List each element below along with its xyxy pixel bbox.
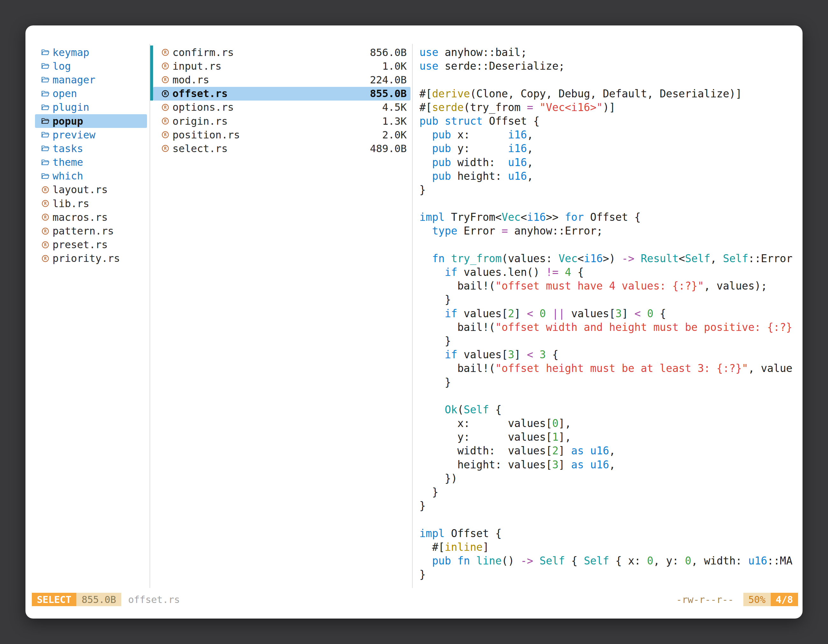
item-name: preview xyxy=(52,129,96,141)
item-name: macros.rs xyxy=(52,211,108,223)
item-size: 489.0B xyxy=(370,143,407,155)
item-name: manager xyxy=(52,74,96,86)
parent-item-preset-rs[interactable]: Rpreset.rs xyxy=(35,238,147,252)
item-size: 4.5K xyxy=(382,101,407,113)
rust-file-icon: R xyxy=(161,48,169,56)
file-item-input-rs[interactable]: Rinput.rs1.0K xyxy=(153,59,411,73)
item-name: mod.rs xyxy=(172,74,209,86)
code-line: pub y: i16, xyxy=(419,142,803,155)
parent-item-lib-rs[interactable]: Rlib.rs xyxy=(35,197,147,210)
parent-item-open[interactable]: open xyxy=(35,87,147,100)
code-line: #[derive(Clone, Copy, Debug, Default, De… xyxy=(419,87,803,100)
parent-item-plugin[interactable]: plugin xyxy=(35,100,147,114)
code-line: y: values[1], xyxy=(419,430,803,444)
code-line: width: values[2] as u16, xyxy=(419,444,803,458)
code-line xyxy=(419,73,803,86)
rust-file-icon: R xyxy=(41,213,50,221)
code-line: bail!("offset width and height must be p… xyxy=(419,320,803,334)
code-line: } xyxy=(419,293,803,306)
status-filename: offset.rs xyxy=(128,594,180,605)
folder-open-icon xyxy=(41,62,50,71)
status-bar-left: SELECT 855.0B offset.rs xyxy=(32,593,180,606)
current-directory-pane: Rconfirm.rs856.0BRinput.rs1.0KRmod.rs224… xyxy=(149,44,413,588)
code-line: x: values[0], xyxy=(419,417,803,430)
code-line: } xyxy=(419,499,803,512)
file-manager-window: keymaplogmanageropenpluginpopuppreviewta… xyxy=(25,25,803,619)
file-item-select-rs[interactable]: Rselect.rs489.0B xyxy=(153,142,411,155)
file-item-confirm-rs[interactable]: Rconfirm.rs856.0B xyxy=(153,45,411,59)
item-name: keymap xyxy=(52,47,89,58)
code-line: } xyxy=(419,485,803,499)
rust-file-icon: R xyxy=(41,227,50,235)
parent-directory-pane: keymaplogmanageropenpluginpopuppreviewta… xyxy=(25,44,149,588)
parent-item-which[interactable]: which xyxy=(35,169,147,183)
svg-text:R: R xyxy=(44,187,47,192)
item-name: offset.rs xyxy=(172,88,227,100)
item-name: plugin xyxy=(52,101,89,113)
item-name: popup xyxy=(52,115,83,127)
item-size: 855.0B xyxy=(370,88,407,100)
code-line: if values[2] < 0 || values[3] < 0 { xyxy=(419,307,803,320)
item-name: options.rs xyxy=(172,101,234,113)
code-line: } xyxy=(419,334,803,348)
folder-open-icon xyxy=(41,48,50,56)
code-line: type Error = anyhow::Error; xyxy=(419,224,803,238)
code-line: #[serde(try_from = "Vec<i16>")] xyxy=(419,100,803,114)
folder-open-icon xyxy=(41,172,50,180)
file-item-options-rs[interactable]: Roptions.rs4.5K xyxy=(153,100,411,114)
item-size: 1.0K xyxy=(382,60,407,72)
parent-item-layout-rs[interactable]: Rlayout.rs xyxy=(35,183,147,197)
cursor-position-badge: 4/8 xyxy=(771,593,798,606)
code-line: pub width: u16, xyxy=(419,155,803,169)
folder-open-icon xyxy=(41,144,50,153)
item-size: 224.0B xyxy=(370,74,407,86)
svg-text:R: R xyxy=(44,242,47,247)
item-size: 2.0K xyxy=(382,129,407,141)
file-item-origin-rs[interactable]: Rorigin.rs1.3K xyxy=(153,114,411,128)
folder-open-icon xyxy=(41,117,50,125)
code-line: pub height: u16, xyxy=(419,169,803,183)
code-line: } xyxy=(419,183,803,197)
code-line: } xyxy=(419,376,803,389)
code-line: pub struct Offset { xyxy=(419,114,803,128)
rust-file-icon: R xyxy=(161,117,169,125)
parent-item-manager[interactable]: manager xyxy=(35,73,147,86)
parent-item-keymap[interactable]: keymap xyxy=(35,45,147,59)
code-line: pub fn line() -> Self { Self { x: 0, y: … xyxy=(419,554,803,568)
parent-item-theme[interactable]: theme xyxy=(35,155,147,169)
svg-text:R: R xyxy=(44,256,47,261)
svg-text:R: R xyxy=(164,105,167,110)
parent-item-macros-rs[interactable]: Rmacros.rs xyxy=(35,210,147,224)
item-name: lib.rs xyxy=(52,197,89,210)
file-preview-pane: use anyhow::bail;use serde::Deserialize;… xyxy=(413,44,803,588)
file-item-offset-rs[interactable]: Roffset.rs855.0B xyxy=(153,87,411,100)
code-line xyxy=(419,389,803,403)
item-name: select.rs xyxy=(172,143,227,155)
code-line xyxy=(419,512,803,526)
file-item-position-rs[interactable]: Rposition.rs2.0K xyxy=(153,128,411,142)
folder-open-icon xyxy=(41,158,50,167)
code-line: bail!("offset height must be at least 3:… xyxy=(419,362,803,375)
parent-item-pattern-rs[interactable]: Rpattern.rs xyxy=(35,224,147,238)
svg-text:R: R xyxy=(164,64,167,69)
file-item-mod-rs[interactable]: Rmod.rs224.0B xyxy=(153,73,411,86)
folder-open-icon xyxy=(41,75,50,84)
svg-text:R: R xyxy=(44,229,47,233)
item-name: position.rs xyxy=(172,129,240,141)
parent-item-tasks[interactable]: tasks xyxy=(35,142,147,155)
code-line: use serde::Deserialize; xyxy=(419,59,803,73)
parent-item-popup[interactable]: popup xyxy=(35,114,147,128)
parent-item-preview[interactable]: preview xyxy=(35,128,147,142)
panes-container: keymaplogmanageropenpluginpopuppreviewta… xyxy=(25,44,803,588)
list-scrollbar[interactable] xyxy=(149,45,153,100)
parent-item-log[interactable]: log xyxy=(35,59,147,73)
code-line: if values[3] < 3 { xyxy=(419,348,803,362)
code-line xyxy=(419,197,803,210)
code-line: if values.len() != 4 { xyxy=(419,265,803,279)
parent-item-priority-rs[interactable]: Rpriority.rs xyxy=(35,252,147,265)
rust-file-icon: R xyxy=(41,241,50,249)
rust-file-icon: R xyxy=(161,75,169,84)
item-name: origin.rs xyxy=(172,115,227,127)
rust-file-icon: R xyxy=(41,185,50,194)
code-line: }) xyxy=(419,472,803,485)
